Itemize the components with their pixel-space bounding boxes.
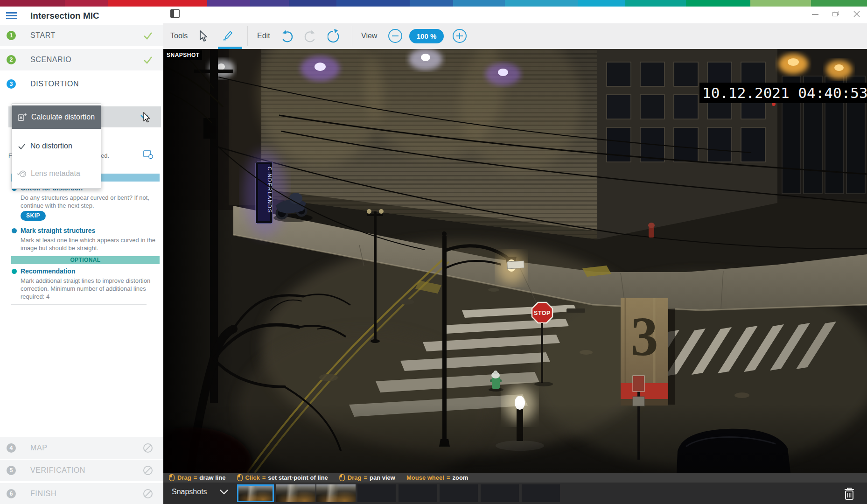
hint-set-start-point: Click=set start-point of line: [237, 474, 328, 482]
mouse-drag-icon: [169, 474, 175, 482]
snapshot-slot-empty: [440, 484, 478, 502]
zoom-level-badge[interactable]: 100 %: [409, 29, 444, 43]
menu-item-label: Calculate distortion: [31, 113, 95, 121]
separator: [352, 26, 352, 46]
hint-pan-view: Drag=pan view: [339, 474, 395, 482]
zoom-in-button[interactable]: [453, 29, 467, 43]
snapshots-label: Snapshots: [172, 488, 207, 496]
brand-stripe-segment: [686, 0, 751, 7]
instruction-body: Mark at least one line which appears cur…: [21, 236, 159, 252]
bullet-dot: [12, 228, 17, 233]
snapshot-slot-empty: [481, 484, 519, 502]
check-icon: [143, 30, 153, 41]
check-icon: [143, 55, 153, 65]
sidebar-item-map[interactable]: 4 MAP: [0, 437, 163, 459]
menu-item-no-distortion[interactable]: No distortion: [12, 134, 101, 158]
sidebar-item-finish[interactable]: 6 FINISH: [0, 483, 163, 504]
brand-stripe-segment: [750, 0, 811, 7]
minimize-button[interactable]: [812, 14, 818, 15]
restore-button[interactable]: [832, 11, 840, 17]
sidebar-item-distortion[interactable]: 3 DISTORTION: [0, 73, 163, 95]
sidebar: Intersection MIC 1 START 2 SCENARIO 3 DI…: [0, 7, 163, 504]
instruction-title: Mark straight structures: [21, 227, 95, 234]
hint-text-fragment: ed.: [101, 152, 109, 159]
mouse-drag-icon: [339, 474, 345, 482]
draw-line-tool-button[interactable]: [222, 30, 234, 42]
locked-icon: [143, 465, 153, 476]
delete-snapshot-button[interactable]: [843, 486, 856, 501]
hint-draw-line: Drag=draw line: [169, 474, 226, 482]
snapshot-label: SNAPSHOT: [164, 50, 202, 60]
undo-button[interactable]: [280, 29, 294, 43]
locked-icon: [143, 489, 153, 499]
step-label: MAP: [30, 444, 47, 452]
snapshot-slot-empty: [522, 484, 560, 502]
toggle-sidebar-icon[interactable]: [170, 9, 180, 18]
edit-label: Edit: [257, 32, 270, 40]
step-number: 6: [7, 489, 16, 498]
bullet-dot: [12, 269, 17, 274]
sidebar-item-verification[interactable]: 5 VERIFICATION: [0, 460, 163, 481]
camera-timestamp: 10.12.2021 04:40:53: [699, 83, 867, 103]
brand-stripe-segment: [811, 0, 867, 7]
reset-button[interactable]: [328, 29, 343, 44]
menu-item-label: No distortion: [30, 142, 72, 150]
instruction-title: Recommendation: [21, 267, 75, 275]
divider: [11, 304, 147, 305]
zoom-out-button[interactable]: [388, 29, 402, 43]
pillar-number: 3: [631, 306, 658, 367]
snapshot-slot-empty: [357, 484, 396, 502]
tools-label: Tools: [170, 32, 188, 40]
toolbar: Tools Edit View 100 %: [163, 23, 867, 49]
separator: [247, 26, 248, 46]
brand-stripe-segment: [336, 0, 410, 7]
sidebar-item-start[interactable]: 1 START: [0, 25, 163, 46]
snapshot-slot-empty: [399, 484, 437, 502]
snapshot-thumbnail[interactable]: [276, 484, 315, 502]
brand-stripe-segment: [505, 0, 578, 7]
snapshots-dropdown[interactable]: Snapshots: [172, 488, 229, 496]
documentation-icon[interactable]: [143, 149, 154, 161]
hamburger-icon: [6, 12, 17, 14]
view-label: View: [361, 32, 377, 40]
stop-sign-text: STOP: [534, 310, 551, 316]
distortion-dropdown-menu: Calculate distortion No distortion Lens …: [12, 104, 101, 189]
skip-button[interactable]: SKIP: [21, 211, 46, 221]
redo-button[interactable]: [303, 29, 317, 43]
camera-viewport[interactable]: CINDERLANDS: [163, 49, 867, 473]
chevron-down-icon: [219, 489, 229, 495]
step-label: VERIFICATION: [30, 466, 85, 475]
selected-check-icon: [18, 142, 26, 150]
snapshot-thumbnail-selected[interactable]: [237, 484, 274, 502]
brand-stripe-segment: [65, 0, 108, 7]
instruction-body: Mark additional straigt lines to improve…: [21, 277, 159, 301]
step-label: DISTORTION: [30, 80, 79, 88]
menu-item-calculate-distortion[interactable]: Calculate distortion: [12, 105, 101, 129]
brand-stripe: [0, 0, 867, 7]
select-tool-button[interactable]: [199, 30, 210, 42]
snapshot-thumbnail[interactable]: [316, 484, 356, 502]
hint-zoom: Mouse wheel=zoom: [406, 474, 468, 481]
menu-button[interactable]: [6, 12, 17, 19]
step-number: 5: [7, 466, 16, 475]
brand-stripe-segment: [108, 0, 207, 7]
titlebar: [163, 7, 867, 23]
sidebar-item-scenario[interactable]: 2 SCENARIO: [0, 49, 163, 70]
snapshots-bar: Snapshots: [163, 483, 867, 504]
close-button[interactable]: [853, 10, 860, 18]
step-number: 2: [7, 55, 16, 64]
step-label: SCENARIO: [30, 56, 71, 64]
calculate-distortion-icon: [17, 112, 28, 122]
brand-stripe-segment: [289, 0, 336, 7]
lens-metadata-icon: [17, 169, 27, 178]
hints-bar: Drag=draw line Click=set start-point of …: [163, 473, 867, 483]
neon-sign-text: CINDERLANDS: [267, 167, 273, 213]
mouse-click-icon: [237, 474, 243, 482]
step-number: 1: [7, 31, 16, 40]
brand-stripe-segment: [250, 0, 289, 7]
step-label: FINISH: [30, 490, 56, 498]
brand-stripe-segment: [625, 0, 685, 7]
app-window: { "brand": {"stripe_colors": ["#97203F",…: [0, 0, 867, 504]
brand-stripe-segment: [578, 0, 626, 7]
optional-section-bar: OPTIONAL: [11, 256, 160, 264]
